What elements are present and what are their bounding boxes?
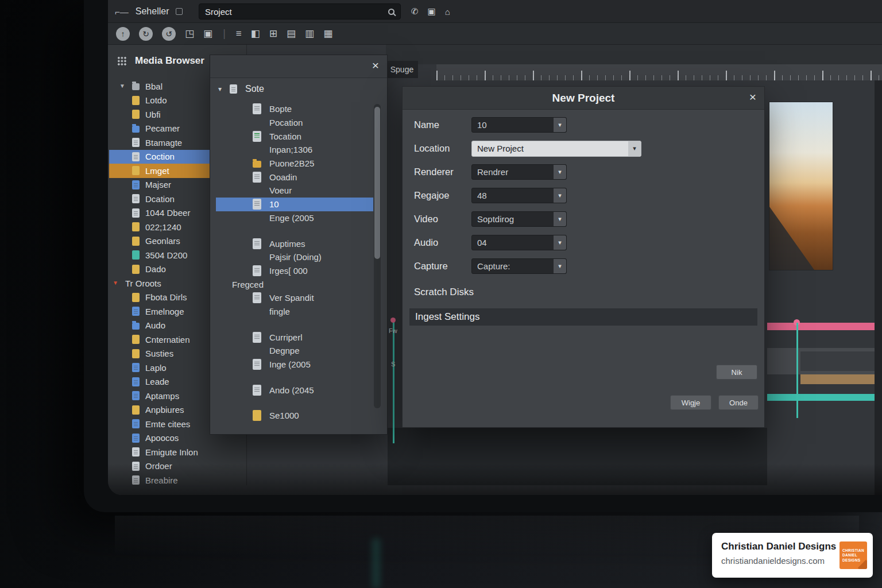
checkbox-icon[interactable]	[176, 8, 183, 15]
media-item-label: 022;1240	[145, 222, 181, 232]
video-dropdown[interactable]: Soptdirog▾	[471, 211, 567, 227]
file-item-pocation[interactable]: Pocation	[216, 116, 373, 130]
file-white-icon	[132, 208, 140, 218]
file-item-curriperl[interactable]: Curriperl	[216, 330, 373, 344]
chevron-down-icon[interactable]: ▾	[218, 85, 222, 93]
media-item-emigute-inlon[interactable]: Emigute Inlon	[109, 445, 246, 459]
timeline-ruler[interactable]	[436, 64, 882, 80]
file-item-fregced[interactable]: Fregced	[216, 277, 373, 291]
media-item-label: Pecamer	[145, 123, 180, 133]
mix-button[interactable]: Nik	[716, 365, 757, 380]
menu-icon[interactable]: ≡	[236, 28, 242, 40]
media-item-label: Btamagte	[145, 138, 182, 148]
preview-thumbnail[interactable]	[769, 102, 833, 270]
regajoe-dropdown[interactable]: 48▾	[471, 188, 567, 203]
playhead-line-left[interactable]	[393, 320, 394, 443]
scrollbar-track[interactable]	[374, 104, 381, 408]
file-item-puone2b25[interactable]: Puone2B25	[216, 157, 373, 171]
timeline-clip-teal[interactable]	[767, 394, 882, 401]
chevron-down-icon[interactable]: ▾	[554, 188, 566, 203]
file-item-label: Inge (2005	[269, 359, 311, 369]
grid-icon[interactable]	[117, 56, 127, 66]
timeline-clip-pink[interactable]	[767, 323, 882, 330]
onde-button[interactable]: Onde	[718, 395, 759, 410]
history-icon[interactable]: ↺	[162, 27, 176, 41]
name-dropdown[interactable]: 10▾	[471, 117, 567, 133]
search-input[interactable]: Sroject	[199, 3, 401, 20]
home-icon[interactable]: ⌂	[445, 7, 450, 17]
playhead-line[interactable]	[796, 323, 798, 418]
camera-icon[interactable]: ▣	[428, 6, 436, 17]
file-item-tocation[interactable]: Tocation	[216, 129, 373, 143]
export-icon[interactable]: ◳	[185, 28, 194, 40]
import-icon[interactable]: ▣	[203, 28, 212, 40]
app-icon: ⌐—	[115, 7, 129, 17]
file-yellow-icon	[132, 293, 140, 302]
refresh-icon[interactable]: ↻	[139, 27, 153, 41]
media-icon[interactable]: ▦	[323, 28, 332, 40]
logo-line: DESIGNS	[842, 558, 860, 562]
media-item-label: Geonlars	[145, 236, 180, 246]
file-item-pajsir-doing[interactable]: Pajsir (Doing)	[216, 250, 373, 264]
file-item-label: Ooadin	[269, 172, 297, 182]
chevron-down-icon[interactable]: ▾	[554, 212, 566, 226]
file-item-auptimes[interactable]: Auptimes	[216, 237, 373, 250]
field-row-regajoe: Regajoe48▾	[414, 184, 753, 207]
file-item-irges-000[interactable]: Irges[ 000	[216, 264, 373, 278]
chevron-down-icon[interactable]: ▾	[628, 141, 641, 156]
duplicate-icon[interactable]: ◧	[251, 28, 260, 40]
file-item-ando-2045[interactable]: Ando (2045	[216, 383, 373, 397]
sequence-icon[interactable]: ▥	[305, 28, 314, 40]
renderer-dropdown[interactable]: Rendrer▾	[471, 164, 567, 180]
file-item-bopte[interactable]: Bopte	[216, 102, 373, 116]
file-item-fingle[interactable]: fingle	[216, 305, 373, 319]
scrollbar-vertical[interactable]	[875, 80, 882, 495]
phone-icon[interactable]: ✆	[411, 6, 419, 17]
file-item-label: Voeur	[269, 185, 292, 195]
new-bin-icon[interactable]: ⊞	[269, 28, 277, 40]
clip-icon[interactable]: ▤	[287, 28, 296, 40]
file-item-se1000[interactable]: Se1000	[216, 409, 373, 423]
upload-icon[interactable]: ↑	[116, 27, 130, 41]
expander-icon[interactable]: ▼	[119, 83, 132, 89]
chevron-down-icon[interactable]: ▾	[554, 118, 566, 132]
playhead-marker-left-icon[interactable]	[390, 318, 396, 323]
file-item-ooadin[interactable]: Ooadin	[216, 170, 373, 184]
scrollbar-thumb[interactable]	[374, 107, 380, 259]
ingest-settings-section[interactable]: Ingest Settings	[409, 308, 757, 326]
file-white-icon	[132, 194, 140, 203]
timeline-clip-gray[interactable]	[800, 351, 882, 371]
chevron-down-icon[interactable]: ▾	[554, 165, 566, 179]
close-icon[interactable]: ×	[749, 91, 756, 103]
file-item-inpan-1306[interactable]: Inpan;1306	[216, 143, 373, 157]
file-item-degnpe[interactable]: Degnpe	[216, 344, 373, 358]
dropdown-value: Rendrer	[477, 167, 508, 177]
media-item-label: Tr Oroots	[125, 278, 161, 288]
timeline-clip-tan[interactable]	[800, 374, 882, 384]
expander-icon[interactable]: ▼	[113, 280, 125, 286]
file-item-inge-2005[interactable]: Inge (2005	[216, 358, 373, 372]
media-item-ordoer[interactable]: Ordoer	[109, 459, 246, 474]
file-item-10[interactable]: 10	[216, 198, 373, 211]
file-item-label: Curriperl	[269, 332, 303, 342]
capture-dropdown[interactable]: Capture:▾	[471, 258, 567, 274]
location-dropdown[interactable]: New Project▾	[471, 141, 641, 157]
file-item-voeur[interactable]: Voeur	[216, 184, 373, 198]
file-white-icon	[132, 447, 140, 457]
file-dialog-titlebar: ×	[210, 55, 387, 78]
audio-dropdown[interactable]: 04▾	[471, 235, 567, 250]
field-label: Renderer	[414, 167, 471, 177]
timeline-lower-area	[388, 428, 767, 485]
wigje-button[interactable]: Wigje	[670, 395, 711, 410]
chevron-down-icon[interactable]: ▾	[554, 259, 566, 273]
timeline-tab[interactable]: Spuge	[386, 61, 418, 78]
chevron-down-icon[interactable]: ▾	[554, 235, 566, 250]
breadcrumb-label[interactable]: Sote	[245, 84, 264, 94]
search-icon[interactable]	[388, 9, 394, 15]
file-yellow-icon	[132, 335, 140, 344]
close-icon[interactable]: ×	[372, 59, 379, 71]
file-blue-icon	[132, 180, 140, 189]
media-item-breabire[interactable]: Breabire	[109, 473, 246, 485]
file-item-enge-2005[interactable]: Enge (2005	[216, 211, 373, 225]
file-item-ver-spandit[interactable]: Ver Spandit	[216, 291, 373, 305]
